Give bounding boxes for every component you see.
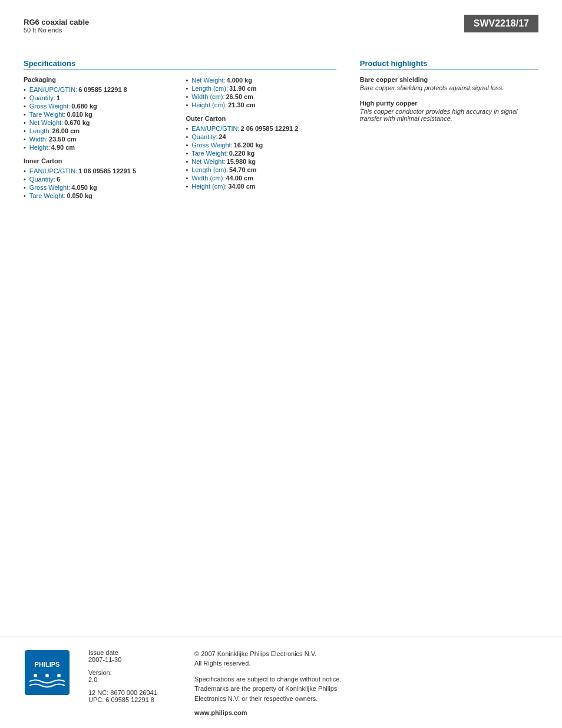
spec-label: Length (cm): <box>191 166 228 173</box>
spec-label: Width (cm): <box>191 93 224 100</box>
list-item: Length: 26.00 cm <box>24 127 174 135</box>
list-item: Length (cm): 54.70 cm <box>186 166 336 174</box>
spec-value: 31.90 cm <box>229 85 256 92</box>
upc-value: 6 09585 12291 8 <box>105 696 154 703</box>
spec-label: EAN/UPC/GTIN: <box>29 167 77 174</box>
highlights-panel: Product highlights Bare copper shielding… <box>348 59 538 200</box>
product-subtitle: 50 ft No ends <box>24 27 89 34</box>
footer-website[interactable]: www.philips.com <box>194 709 538 716</box>
spec-value: 26.50 cm <box>226 93 253 100</box>
spec-label: Quantity: <box>191 133 217 140</box>
footer-left: Issue date 2007-11-30 Version: 2.0 12 NC… <box>88 649 194 717</box>
highlight-title-1: Bare copper shielding <box>360 76 538 83</box>
spec-value: 0.010 kg <box>67 111 92 118</box>
spec-value: 0.220 kg <box>229 150 254 157</box>
version-label: Version: 2.0 <box>88 669 194 683</box>
spec-label: Height (cm): <box>191 183 227 190</box>
list-item: Width (cm): 26.50 cm <box>186 93 336 101</box>
version-value: 2.0 <box>88 676 194 683</box>
specs-col-2: Net Weight: 4.000 kg Length (cm): 31.90 … <box>186 76 336 200</box>
spec-label: Tare Weight: <box>29 192 66 199</box>
spec-value: 2 06 09585 12291 2 <box>241 125 299 132</box>
spec-label: Width (cm): <box>191 174 224 182</box>
list-item: EAN/UPC/GTIN: 6 09585 12291 8 <box>24 85 174 94</box>
spec-value: 34.00 cm <box>228 183 255 190</box>
spec-label: Gross Weight: <box>191 141 233 149</box>
spec-value: 0.050 kg <box>67 192 92 199</box>
packaging-cont-list: Net Weight: 4.000 kg Length (cm): 31.90 … <box>186 76 336 109</box>
list-item: Net Weight: 4.000 kg <box>186 76 336 84</box>
spec-value: 0.670 kg <box>64 119 90 126</box>
model-banner: SWV2218/17 <box>464 15 538 32</box>
spec-value: 1 <box>57 94 60 101</box>
spec-label: Height: <box>29 144 50 151</box>
spec-value: 4.000 kg <box>227 77 252 84</box>
packaging-list: EAN/UPC/GTIN: 6 09585 12291 8 Quantity: … <box>24 85 174 151</box>
list-item: EAN/UPC/GTIN: 1 06 09585 12291 5 <box>24 167 174 175</box>
specs-columns: Packaging EAN/UPC/GTIN: 6 09585 12291 8 … <box>24 76 336 200</box>
spec-value: 6 <box>57 176 60 183</box>
highlight-desc-1: Bare copper shielding protects against s… <box>360 84 538 91</box>
list-item: Quantity: 1 <box>24 94 174 102</box>
spec-value: 6 09585 12291 8 <box>78 86 127 93</box>
spec-value: 4.050 kg <box>71 184 97 191</box>
list-item: Quantity: 6 <box>24 175 174 183</box>
list-item: Width: 23.50 cm <box>24 135 174 143</box>
spec-label: Quantity: <box>29 94 55 101</box>
spec-label: Net Weight: <box>191 77 225 84</box>
spec-label: Net Weight: <box>191 158 225 165</box>
footer-right: © 2007 Koninklijke Philips Electronics N… <box>194 649 538 717</box>
product-header: RG6 coaxial cable 50 ft No ends <box>24 18 89 34</box>
svg-point-4 <box>57 674 61 677</box>
philips-logo: PHILIPS <box>24 649 71 696</box>
spec-label: Length (cm): <box>191 85 228 92</box>
spec-value: 21.30 cm <box>228 101 255 108</box>
footer: PHILIPS Issue date 2007-11-30 Version: 2… <box>0 637 562 729</box>
list-item: Net Weight: 15.980 kg <box>186 157 336 166</box>
nc-label: 12 NC: 8670 000 26041 UPC: 6 09585 12291… <box>88 689 194 703</box>
list-item: Gross Weight: 4.050 kg <box>24 183 174 192</box>
list-item: Net Weight: 0.670 kg <box>24 118 174 127</box>
spec-label: Height (cm): <box>191 101 227 108</box>
outer-carton-heading: Outer Carton <box>186 115 336 122</box>
spec-label: Net Weight: <box>29 119 63 126</box>
packaging-heading: Packaging <box>24 76 174 83</box>
spec-label: Tare Weight: <box>191 150 228 157</box>
highlight-desc-2: This copper conductor provides high accu… <box>360 108 538 122</box>
svg-text:PHILIPS: PHILIPS <box>35 661 60 668</box>
footer-info: Issue date 2007-11-30 Version: 2.0 12 NC… <box>88 649 538 717</box>
spec-label: Gross Weight: <box>29 103 71 110</box>
spec-label: EAN/UPC/GTIN: <box>191 125 239 132</box>
spec-value: 54.70 cm <box>229 166 256 173</box>
spec-value: 0.680 kg <box>71 103 97 110</box>
page: RG6 coaxial cable 50 ft No ends SWV2218/… <box>0 0 562 728</box>
list-item: Tare Weight: 0.050 kg <box>24 192 174 200</box>
footer-legal-text: Specifications are subject to change wit… <box>194 674 538 704</box>
list-item: Quantity: 24 <box>186 133 336 141</box>
spec-value: 1 06 09585 12291 5 <box>78 167 136 174</box>
spec-value: 16.200 kg <box>234 141 263 149</box>
highlights-heading: Product highlights <box>360 59 538 70</box>
list-item: Tare Weight: 0.010 kg <box>24 110 174 118</box>
list-item: Gross Weight: 16.200 kg <box>186 141 336 149</box>
highlight-title-2: High purity copper <box>360 100 538 107</box>
footer-copyright: © 2007 Koninklijke Philips Electronics N… <box>194 649 538 668</box>
spec-label: Width: <box>29 136 48 143</box>
list-item: Height (cm): 21.30 cm <box>186 101 336 109</box>
nc-value: 8670 000 26041 <box>110 689 157 696</box>
list-item: Height: 4.90 cm <box>24 143 174 151</box>
spec-value: 26.00 cm <box>52 127 80 134</box>
list-item: Tare Weight: 0.220 kg <box>186 149 336 157</box>
spec-value: 4.90 cm <box>51 144 75 151</box>
svg-rect-0 <box>25 650 70 695</box>
list-item: Gross Weight: 0.680 kg <box>24 102 174 110</box>
list-item: Height (cm): 34.00 cm <box>186 182 336 190</box>
svg-point-3 <box>45 674 49 677</box>
inner-carton-list: EAN/UPC/GTIN: 1 06 09585 12291 5 Quantit… <box>24 167 174 200</box>
spec-label: Tare Weight: <box>29 111 66 118</box>
specs-col-1: Packaging EAN/UPC/GTIN: 6 09585 12291 8 … <box>24 76 174 200</box>
list-item: Width (cm): 44.00 cm <box>186 174 336 182</box>
list-item: Length (cm): 31.90 cm <box>186 84 336 93</box>
specifications-panel: Specifications Packaging EAN/UPC/GTIN: 6… <box>24 59 348 200</box>
spec-label: Gross Weight: <box>29 184 71 191</box>
